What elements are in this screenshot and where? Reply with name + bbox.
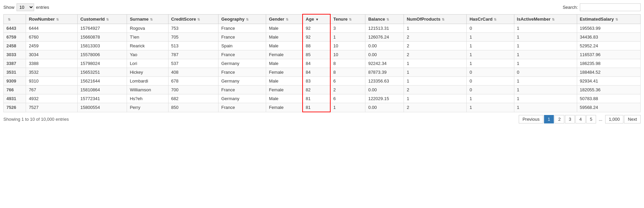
cell-balance-6: 123356.63 [365, 77, 404, 86]
th-customerid[interactable]: CustomerId [78, 14, 127, 24]
th-creditscore[interactable]: CreditScore [168, 14, 218, 24]
cell-idx-8: 4931 [4, 94, 26, 103]
cell-balance-5: 87873.39 [365, 68, 404, 77]
sort-icon-numofproducts [442, 18, 444, 21]
cell-numofproducts-3: 2 [404, 50, 467, 59]
cell-geography-0: France [218, 24, 266, 33]
cell-isactivemember-0: 1 [514, 24, 577, 33]
th-rownumber[interactable]: RowNumber [26, 14, 78, 24]
cell-customerid-9: 15800554 [78, 103, 127, 112]
th-hascrccard[interactable]: HasCrCard [467, 14, 514, 24]
th-surname[interactable]: Surname [127, 14, 168, 24]
cell-isactivemember-4: 1 [514, 59, 577, 68]
cell-rownumber-9: 7527 [26, 103, 78, 112]
th-tenure[interactable]: Tenure [330, 14, 365, 24]
cell-estimatedsalary-2: 52952.24 [577, 42, 640, 50]
cell-geography-7: France [218, 86, 266, 94]
page-button-5[interactable]: 5 [586, 115, 596, 123]
cell-gender-8: Male [266, 94, 303, 103]
sort-icon-tenure [349, 18, 352, 21]
next-button[interactable]: Next [624, 115, 641, 123]
cell-creditscore-6: 678 [168, 77, 218, 86]
cell-gender-0: Male [266, 24, 303, 33]
cell-tenure-0: 3 [330, 24, 365, 33]
cell-hascrccard-2: 1 [467, 42, 514, 50]
sort-icon-surname [150, 18, 153, 21]
previous-button[interactable]: Previous [519, 115, 543, 123]
search-input[interactable] [580, 3, 641, 11]
th-label-hascrccard: HasCrCard [469, 17, 492, 22]
th-estimatedsalary[interactable]: EstimatedSalary [577, 14, 640, 24]
th-age[interactable]: Age [303, 14, 330, 24]
showing-text: Showing 1 to 10 of 10,000 entries [3, 117, 69, 122]
page-button-last[interactable]: 1,000 [605, 115, 624, 123]
cell-idx-0: 6443 [4, 24, 26, 33]
table-row: 6443644415764927Rogova753FranceMale92312… [4, 24, 641, 33]
cell-estimatedsalary-3: 116537.96 [577, 50, 640, 59]
cell-estimatedsalary-7: 182055.36 [577, 86, 640, 94]
cell-hascrccard-0: 0 [467, 24, 514, 33]
cell-age-4: 84 [303, 59, 330, 68]
cell-surname-5: Hickey [127, 68, 168, 77]
th-geography[interactable]: Geography [218, 14, 266, 24]
cell-rownumber-3: 3034 [26, 50, 78, 59]
cell-age-7: 82 [303, 86, 330, 94]
entries-select[interactable]: 102550100 [17, 3, 34, 11]
page-button-1[interactable]: 1 [544, 115, 554, 123]
table-row: 3387338815798024Lori537GermanyMale848922… [4, 59, 641, 68]
cell-rownumber-7: 767 [26, 86, 78, 94]
cell-age-9: 81 [303, 103, 330, 112]
cell-estimatedsalary-9: 59568.24 [577, 103, 640, 112]
cell-age-2: 88 [303, 42, 330, 50]
table-header-row: RowNumberCustomerIdSurnameCreditScoreGeo… [4, 14, 641, 24]
cell-rownumber-6: 9310 [26, 77, 78, 86]
cell-balance-7: 0.00 [365, 86, 404, 94]
sort-icon-isactivemember [552, 18, 555, 21]
cell-tenure-9: 1 [330, 103, 365, 112]
cell-creditscore-7: 700 [168, 86, 218, 94]
page-button-3[interactable]: 3 [565, 115, 575, 123]
sort-icon-creditscore [197, 18, 200, 21]
th-numofproducts[interactable]: NumOfProducts [404, 14, 467, 24]
th-rownumber-col[interactable] [4, 14, 26, 24]
cell-estimatedsalary-1: 34436.83 [577, 33, 640, 42]
cell-gender-5: Female [266, 68, 303, 77]
table-body: 6443644415764927Rogova753FranceMale92312… [4, 24, 641, 112]
sort-icon-rownumber [56, 18, 59, 21]
cell-customerid-8: 15772341 [78, 94, 127, 103]
cell-surname-2: Rearick [127, 42, 168, 50]
cell-estimatedsalary-8: 50783.88 [577, 94, 640, 103]
cell-idx-4: 3387 [4, 59, 26, 68]
cell-hascrccard-6: 0 [467, 77, 514, 86]
page-button-4[interactable]: 4 [575, 115, 585, 123]
th-balance[interactable]: Balance [365, 14, 404, 24]
th-label-surname: Surname [130, 17, 149, 22]
cell-estimatedsalary-6: 92934.41 [577, 77, 640, 86]
th-label-isactivemember: IsActiveMember [517, 17, 551, 22]
cell-hascrccard-3: 1 [467, 50, 514, 59]
th-gender[interactable]: Gender [266, 14, 303, 24]
cell-geography-1: France [218, 33, 266, 42]
cell-balance-9: 0.00 [365, 103, 404, 112]
th-isactivemember[interactable]: IsActiveMember [514, 14, 577, 24]
th-label-customerid: CustomerId [80, 17, 105, 22]
cell-numofproducts-2: 2 [404, 42, 467, 50]
cell-numofproducts-5: 1 [404, 68, 467, 77]
cell-balance-3: 0.00 [365, 50, 404, 59]
cell-rownumber-8: 4932 [26, 94, 78, 103]
cell-geography-8: Germany [218, 94, 266, 103]
page-button-2[interactable]: 2 [555, 115, 564, 123]
cell-age-6: 83 [303, 77, 330, 86]
cell-numofproducts-9: 2 [404, 103, 467, 112]
show-label: Show [3, 5, 15, 10]
cell-tenure-2: 10 [330, 42, 365, 50]
table-row: 3033303415578006Yao787FranceFemale85100.… [4, 50, 641, 59]
th-label-balance: Balance [368, 17, 385, 22]
th-label-estimatedsalary: EstimatedSalary [580, 17, 614, 22]
cell-idx-5: 3531 [4, 68, 26, 77]
cell-tenure-7: 2 [330, 86, 365, 94]
cell-geography-3: France [218, 50, 266, 59]
cell-creditscore-8: 682 [168, 94, 218, 103]
table-row: 2458245915813303Rearick513SpainMale88100… [4, 42, 641, 50]
cell-isactivemember-2: 1 [514, 42, 577, 50]
